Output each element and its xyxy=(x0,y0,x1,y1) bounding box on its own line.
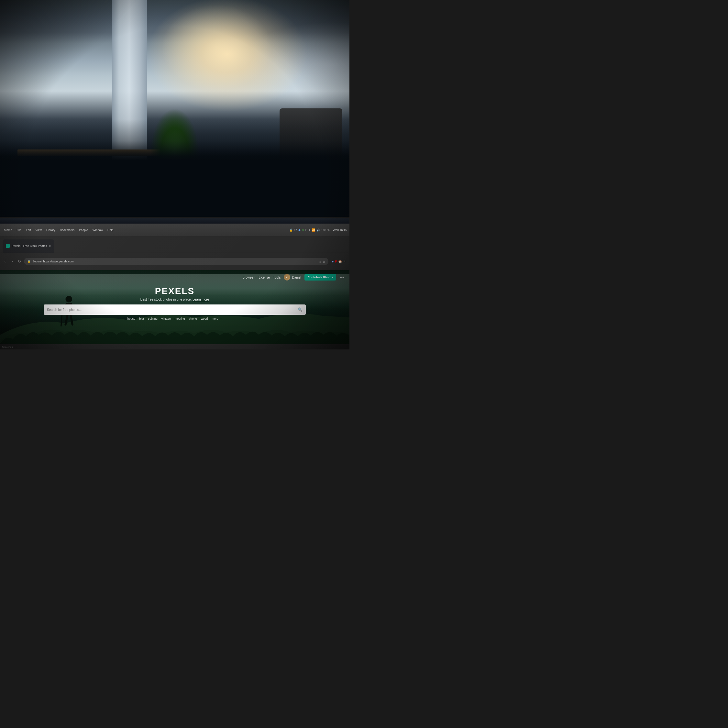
pexels-center-content: PEXELS Best free stock photos in one pla… xyxy=(44,286,306,321)
tab-bar: Pexels - Free Stock Photos × xyxy=(0,236,349,253)
search-input[interactable] xyxy=(47,308,298,312)
profile-icon[interactable]: ● xyxy=(332,260,334,263)
tag-phone[interactable]: phone xyxy=(188,317,198,321)
browse-chevron-icon: ▾ xyxy=(254,276,255,278)
office-plant xyxy=(150,109,199,184)
office-table xyxy=(17,150,164,156)
status-text: Searches xyxy=(2,346,13,349)
chrome-menu-help[interactable]: Help xyxy=(107,228,113,232)
chrome-menu-icon[interactable]: ⋮ xyxy=(343,259,347,264)
tab-close-button[interactable]: × xyxy=(49,244,51,248)
office-chair xyxy=(280,109,342,195)
chrome-menu-view[interactable]: View xyxy=(35,228,42,232)
address-bar-row: ‹ › ↻ 🔒 Secure https://www.pexels.com ☆ … xyxy=(0,253,349,270)
secure-label: Secure xyxy=(32,260,42,263)
pexels-logo: PEXELS xyxy=(44,286,306,297)
chrome-titlebar: hrome File Edit View History Bookmarks P… xyxy=(0,223,349,236)
pexels-tagline: Best free stock photos in one place. Lea… xyxy=(44,298,306,301)
system-clock: Wed 16:15 xyxy=(333,228,347,232)
search-bar[interactable]: 🔍 xyxy=(44,304,306,315)
search-tags: house blur training vintage meeting phon… xyxy=(44,317,306,321)
extension-icon-1[interactable]: 🏠 xyxy=(338,260,342,263)
user-avatar: D xyxy=(284,274,290,280)
address-right-icons: ☆ ⊕ xyxy=(318,260,325,263)
office-pillar xyxy=(112,0,147,217)
browser-toolbar-icons: ● P 🏠 ⋮ xyxy=(332,259,347,264)
reload-button[interactable]: ↻ xyxy=(17,259,22,264)
tag-wood[interactable]: wood xyxy=(200,317,209,321)
back-button[interactable]: ‹ xyxy=(3,259,8,264)
more-options-button[interactable]: ••• xyxy=(340,275,344,280)
tag-training[interactable]: training xyxy=(147,317,158,321)
chrome-menu-window[interactable]: Window xyxy=(93,228,103,232)
username-label: Daniel xyxy=(292,276,301,279)
browse-nav-link[interactable]: Browse ▾ xyxy=(242,276,255,279)
extensions-icon[interactable]: ⊕ xyxy=(323,260,325,263)
chrome-menu-edit[interactable]: Edit xyxy=(26,228,31,232)
chrome-menu-file[interactable]: File xyxy=(17,228,22,232)
url-display: https://www.pexels.com xyxy=(43,260,74,263)
more-tags-link[interactable]: more → xyxy=(211,317,223,321)
pexels-website: Browse ▾ License Tools D Daniel Contribu… xyxy=(0,270,349,349)
tools-nav-link[interactable]: Tools xyxy=(273,276,280,279)
chrome-menu-history[interactable]: History xyxy=(46,228,55,232)
contribute-photos-button[interactable]: Contribute Photos xyxy=(304,274,336,280)
user-section: D Daniel xyxy=(284,274,301,280)
secure-icon: 🔒 xyxy=(27,260,31,263)
bookmark-icon[interactable]: ☆ xyxy=(318,260,321,263)
chrome-system-icons: 🔒 🛡 ◆ G S ≡ 📶 🔊 100 % Wed 16:15 xyxy=(289,228,347,232)
learn-more-link[interactable]: Learn more xyxy=(193,298,209,301)
tag-vintage[interactable]: vintage xyxy=(161,317,171,321)
chrome-menu-bookmarks[interactable]: Bookmarks xyxy=(60,228,74,232)
forward-button[interactable]: › xyxy=(10,259,15,264)
tag-blur[interactable]: blur xyxy=(139,317,145,321)
browser-status-bar: Searches xyxy=(0,344,349,349)
tag-meeting[interactable]: meeting xyxy=(174,317,186,321)
chrome-menu-people[interactable]: People xyxy=(79,228,88,232)
pexels-nav: Browse ▾ License Tools D Daniel Contribu… xyxy=(0,270,349,284)
active-tab[interactable]: Pexels - Free Stock Photos × xyxy=(3,239,54,252)
search-icon[interactable]: 🔍 xyxy=(298,307,303,312)
battery-level: 100 % xyxy=(321,228,330,232)
license-nav-link[interactable]: License xyxy=(259,276,270,279)
pinterest-icon[interactable]: P xyxy=(335,260,337,263)
tag-house[interactable]: house xyxy=(127,317,136,321)
tab-title: Pexels - Free Stock Photos xyxy=(12,244,47,248)
address-bar[interactable]: 🔒 Secure https://www.pexels.com ☆ ⊕ xyxy=(24,258,329,265)
browser-window: hrome File Edit View History Bookmarks P… xyxy=(0,223,349,349)
tab-favicon xyxy=(6,244,10,248)
chrome-menu-hrome[interactable]: hrome xyxy=(4,228,12,232)
office-background xyxy=(0,0,349,217)
chrome-menu-bar: hrome File Edit View History Bookmarks P… xyxy=(4,228,113,232)
